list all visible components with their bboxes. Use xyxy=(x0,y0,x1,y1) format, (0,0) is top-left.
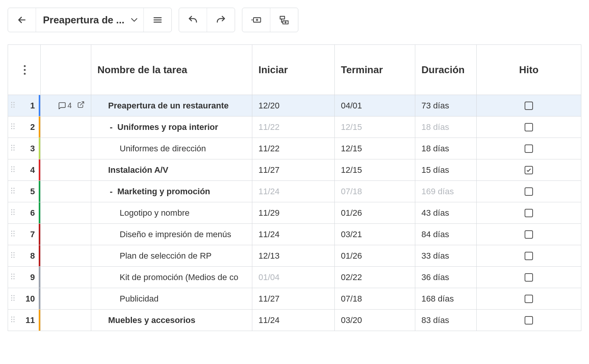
row-number-cell[interactable]: 5 xyxy=(8,181,41,202)
collapse-toggle[interactable]: - xyxy=(108,122,114,132)
table-row[interactable]: 8Plan de selección de RP12/1301/2633 día… xyxy=(8,245,581,266)
milestone-checkbox[interactable] xyxy=(525,102,533,110)
task-name-cell[interactable]: Kit de promoción (Medios de co xyxy=(91,267,252,288)
header-start[interactable]: Iniciar xyxy=(252,45,335,95)
milestone-checkbox[interactable] xyxy=(525,316,533,325)
table-row[interactable]: 10Publicidad11/2707/18168 días xyxy=(8,288,581,309)
table-row[interactable]: 7Diseño e impresión de menús11/2403/2184… xyxy=(8,223,581,245)
task-name-cell[interactable]: -Marketing y promoción xyxy=(91,181,252,202)
header-menu-cell[interactable] xyxy=(8,45,41,95)
drag-handle-icon[interactable] xyxy=(11,231,16,238)
duration-cell[interactable]: 18 días xyxy=(415,116,477,138)
drag-handle-icon[interactable] xyxy=(11,145,16,152)
task-name-cell[interactable]: Publicidad xyxy=(91,288,252,309)
table-row[interactable]: 11Muebles y accesorios11/2403/2083 días xyxy=(8,309,581,331)
drag-handle-icon[interactable] xyxy=(11,274,16,281)
header-end[interactable]: Terminar xyxy=(335,45,415,95)
end-date-cell[interactable]: 12/15 xyxy=(335,116,415,138)
end-date-cell[interactable]: 07/18 xyxy=(335,288,415,309)
comments-button[interactable]: 4 xyxy=(58,101,72,110)
table-row[interactable]: 2-Uniformes y ropa interior11/2212/1518 … xyxy=(8,116,581,138)
start-date-cell[interactable]: 01/04 xyxy=(252,267,335,288)
duration-cell[interactable]: 15 días xyxy=(415,159,477,180)
duration-cell[interactable]: 83 días xyxy=(415,310,477,331)
project-picker[interactable]: Preapertura de ... xyxy=(36,8,143,32)
drag-handle-icon[interactable] xyxy=(11,188,16,195)
duration-cell[interactable]: 18 días xyxy=(415,138,477,159)
end-date-cell[interactable]: 03/20 xyxy=(335,310,415,331)
undo-button[interactable] xyxy=(179,8,207,32)
drag-handle-icon[interactable] xyxy=(11,295,16,303)
start-date-cell[interactable]: 11/22 xyxy=(252,116,335,138)
end-date-cell[interactable]: 01/26 xyxy=(335,202,415,223)
duration-cell[interactable]: 169 días xyxy=(415,181,477,202)
start-date-cell[interactable]: 12/20 xyxy=(252,95,335,116)
back-button[interactable] xyxy=(8,8,36,32)
start-date-cell[interactable]: 11/22 xyxy=(252,138,335,159)
start-date-cell[interactable]: 11/24 xyxy=(252,224,335,245)
start-date-cell[interactable]: 12/13 xyxy=(252,245,335,266)
start-date-cell[interactable]: 11/29 xyxy=(252,202,335,223)
milestone-checkbox[interactable] xyxy=(525,295,533,303)
table-row[interactable]: 9Kit de promoción (Medios de co01/0402/2… xyxy=(8,266,581,288)
row-number-cell[interactable]: 10 xyxy=(8,288,41,309)
start-date-cell[interactable]: 11/24 xyxy=(252,181,335,202)
drag-handle-icon[interactable] xyxy=(11,316,16,324)
menu-button[interactable] xyxy=(143,8,171,32)
duration-cell[interactable]: 84 días xyxy=(415,224,477,245)
duration-cell[interactable]: 73 días xyxy=(415,95,477,116)
task-name-cell[interactable]: Diseño e impresión de menús xyxy=(91,224,252,245)
header-name[interactable]: Nombre de la tarea xyxy=(91,45,252,95)
start-date-cell[interactable]: 11/27 xyxy=(252,288,335,309)
start-date-cell[interactable]: 11/27 xyxy=(252,159,335,180)
redo-button[interactable] xyxy=(207,8,235,32)
row-number-cell[interactable]: 3 xyxy=(8,138,41,159)
start-date-cell[interactable]: 11/24 xyxy=(252,310,335,331)
task-name-cell[interactable]: Instalación A/V xyxy=(91,159,252,180)
table-row[interactable]: 5-Marketing y promoción11/2407/18169 día… xyxy=(8,180,581,202)
milestone-checkbox[interactable] xyxy=(525,187,533,196)
task-name-cell[interactable]: Logotipo y nombre xyxy=(91,202,252,223)
task-name-cell[interactable]: Muebles y accesorios xyxy=(91,310,252,331)
task-name-cell[interactable]: Plan de selección de RP xyxy=(91,245,252,266)
collapse-toggle[interactable]: - xyxy=(108,187,114,197)
drag-handle-icon[interactable] xyxy=(11,252,16,260)
milestone-checkbox[interactable] xyxy=(525,273,533,282)
insert-subtask-button[interactable] xyxy=(270,8,298,32)
end-date-cell[interactable]: 04/01 xyxy=(335,95,415,116)
task-name-cell[interactable]: Preapertura de un restaurante xyxy=(91,95,252,116)
milestone-checkbox[interactable] xyxy=(525,209,533,217)
end-date-cell[interactable]: 01/26 xyxy=(335,245,415,266)
header-milestone[interactable]: Hito xyxy=(477,45,581,95)
task-name-cell[interactable]: -Uniformes y ropa interior xyxy=(91,116,252,138)
end-date-cell[interactable]: 03/21 xyxy=(335,224,415,245)
drag-handle-icon[interactable] xyxy=(11,166,16,174)
table-row[interactable]: 6Logotipo y nombre11/2901/2643 días xyxy=(8,202,581,223)
table-row[interactable]: 4Instalación A/V11/2712/1515 días xyxy=(8,159,581,180)
row-number-cell[interactable]: 6 xyxy=(8,202,41,223)
header-duration[interactable]: Duración xyxy=(415,45,477,95)
task-name-cell[interactable]: Uniformes de dirección xyxy=(91,138,252,159)
row-number-cell[interactable]: 1 xyxy=(8,95,41,116)
duration-cell[interactable]: 43 días xyxy=(415,202,477,223)
row-number-cell[interactable]: 8 xyxy=(8,245,41,266)
duration-cell[interactable]: 33 días xyxy=(415,245,477,266)
milestone-checkbox[interactable] xyxy=(525,230,533,239)
row-number-cell[interactable]: 7 xyxy=(8,224,41,245)
duration-cell[interactable]: 168 días xyxy=(415,288,477,309)
open-task-button[interactable] xyxy=(77,101,85,111)
drag-handle-icon[interactable] xyxy=(11,123,16,131)
row-number-cell[interactable]: 4 xyxy=(8,159,41,180)
end-date-cell[interactable]: 07/18 xyxy=(335,181,415,202)
end-date-cell[interactable]: 02/22 xyxy=(335,267,415,288)
milestone-checkbox[interactable] xyxy=(525,252,533,260)
end-date-cell[interactable]: 12/15 xyxy=(335,159,415,180)
row-number-cell[interactable]: 11 xyxy=(8,310,41,331)
milestone-checkbox[interactable] xyxy=(525,123,533,131)
duration-cell[interactable]: 36 días xyxy=(415,267,477,288)
table-row[interactable]: 3Uniformes de dirección11/2212/1518 días xyxy=(8,138,581,159)
end-date-cell[interactable]: 12/15 xyxy=(335,138,415,159)
drag-handle-icon[interactable] xyxy=(11,209,16,217)
insert-task-button[interactable] xyxy=(242,8,270,32)
row-number-cell[interactable]: 2 xyxy=(8,116,41,138)
